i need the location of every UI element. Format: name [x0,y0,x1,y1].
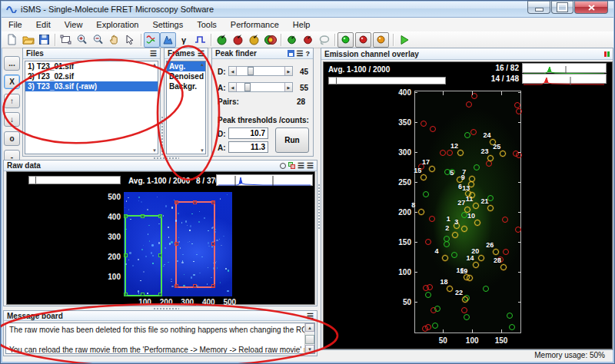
h-splitter[interactable] [153,157,179,160]
fret-pair[interactable] [462,296,468,303]
fret-pair[interactable] [474,220,480,226]
fret-pair[interactable] [457,150,464,156]
run-icon[interactable] [396,32,412,48]
fret-pair[interactable] [500,151,506,157]
emission-view[interactable]: Avg. 1-100 / 2000 16 / 82 14 / 148 12345… [323,61,613,349]
run-button[interactable]: Run [275,127,309,153]
locate-red-icon[interactable] [230,32,246,48]
roi-handle[interactable] [193,200,197,204]
files-list[interactable]: ▲ ▼ 1) T23_01.sif2) T23_02.sif3) T23_03.… [25,61,158,154]
acceptor-molecule[interactable] [502,217,508,223]
fret-pair[interactable] [418,209,424,215]
roi-handle[interactable] [158,253,162,257]
roi-handle[interactable] [124,253,128,257]
move-down-button[interactable]: ↓ [4,112,20,127]
acceptor-molecule[interactable] [515,227,521,233]
title-bar[interactable]: iSMS - Single-Molecule FRET Microscopy S… [2,2,613,18]
donor-molecule[interactable] [425,292,431,298]
donor-molecule[interactable] [464,314,470,320]
pulse-icon[interactable] [192,32,208,48]
menu-performance[interactable]: Performance [224,18,286,31]
roi-handle[interactable] [158,293,162,296]
frame-item[interactable]: Denoised [167,71,205,81]
slider-right-icon[interactable]: ▶ [284,83,292,91]
scroll-up-icon[interactable]: ▲ [152,62,157,67]
fret-pair[interactable] [467,275,473,281]
fret-pair[interactable] [421,174,427,180]
acceptor-molecule[interactable] [514,102,520,108]
fret-pair[interactable] [429,166,435,172]
minimize-button[interactable] [527,1,550,14]
remove-file-button[interactable]: X [4,74,20,89]
zoom-in-icon[interactable] [74,32,90,48]
green-contrast-histogram[interactable] [522,63,607,73]
menu-file[interactable]: File [2,18,29,31]
raw-data-view[interactable]: Avg. 1-100 / 2000 8 / 370 50040030020010… [6,171,315,305]
message-board-menu-icon[interactable]: ☰ [307,313,314,319]
zoom-out-icon[interactable] [90,32,106,48]
scroll-up-icon[interactable]: ▲ [305,323,314,332]
led-orange-button[interactable] [373,32,389,48]
donor-molecule[interactable] [464,132,470,138]
donor-molecule[interactable] [483,286,489,292]
help-icon[interactable]: ? [306,50,311,58]
raw-menu-icon[interactable]: ☰ [298,162,304,169]
file-item[interactable]: 1) T23_01.sif [25,61,158,71]
roi-handle[interactable] [211,284,215,288]
d-slider[interactable]: ◀ ▶ [228,66,293,76]
d-slider-thumb[interactable] [248,67,254,75]
donor-roi[interactable] [125,215,163,296]
slider-left-icon[interactable]: ◀ [229,67,237,75]
donor-molecule[interactable] [461,212,467,218]
donor-molecule[interactable] [451,252,457,258]
gamma-icon[interactable]: γ [176,32,192,48]
acceptor-molecule[interactable] [447,150,453,156]
acceptor-molecule[interactable] [470,129,477,135]
fret-pair[interactable] [493,249,499,255]
acceptor-molecule[interactable] [503,249,509,255]
fret-pair[interactable] [447,286,453,292]
slider-left-icon[interactable]: ◀ [229,83,237,91]
emission-frame-slider[interactable] [328,77,446,84]
h-splitter[interactable] [153,307,179,310]
scroll-down-icon[interactable]: ▼ [200,148,204,153]
a-threshold-field[interactable]: 11.3 [228,141,268,153]
donor-molecule[interactable] [509,324,515,330]
save-settings-icon[interactable] [288,50,294,57]
save-icon[interactable] [36,32,52,48]
roi-handle[interactable] [141,214,145,218]
menu-exploration[interactable]: Exploration [89,18,145,31]
fret-pair[interactable] [473,203,479,209]
traces-toggle-icon[interactable] [144,32,160,48]
histogram-toggle-icon[interactable] [160,32,176,48]
donor-molecule[interactable] [432,323,438,329]
roi-handle[interactable] [211,242,215,246]
marker-green-icon[interactable] [284,32,300,48]
roi-handle[interactable] [124,214,128,218]
emission-plot[interactable]: 1234567891011121314151617181920212223242… [414,91,521,333]
donor-molecule[interactable] [507,313,513,319]
v-splitter[interactable] [161,116,164,156]
fret-pair[interactable] [469,192,475,198]
acceptor-molecule[interactable] [486,160,492,167]
slider-right-icon[interactable]: ▶ [284,67,292,75]
acceptor-molecule[interactable] [516,152,522,158]
acceptor-molecule[interactable] [466,101,472,108]
fret-pair[interactable] [452,232,458,238]
fret-pair[interactable] [442,255,448,261]
open-file-icon[interactable] [20,32,36,48]
add-file-button[interactable]: ... [4,56,20,71]
acceptor-molecule[interactable] [425,324,431,330]
frame-item[interactable]: Backgr. [167,81,205,91]
menu-settings[interactable]: Settings [145,18,190,31]
fret-pair[interactable] [461,226,467,232]
peak-finder-menu-icon[interactable]: ☰ [297,50,304,57]
menu-edit[interactable]: Edit [29,18,58,31]
circle-tool-icon[interactable] [280,163,286,169]
fret-pair[interactable] [478,255,484,261]
raw-movie-image[interactable] [124,192,232,296]
donor-molecule[interactable] [434,306,440,312]
zoom-region-icon[interactable] [58,32,74,48]
roi-handle[interactable] [175,284,178,288]
move-up-button[interactable]: ↑ [4,94,20,108]
